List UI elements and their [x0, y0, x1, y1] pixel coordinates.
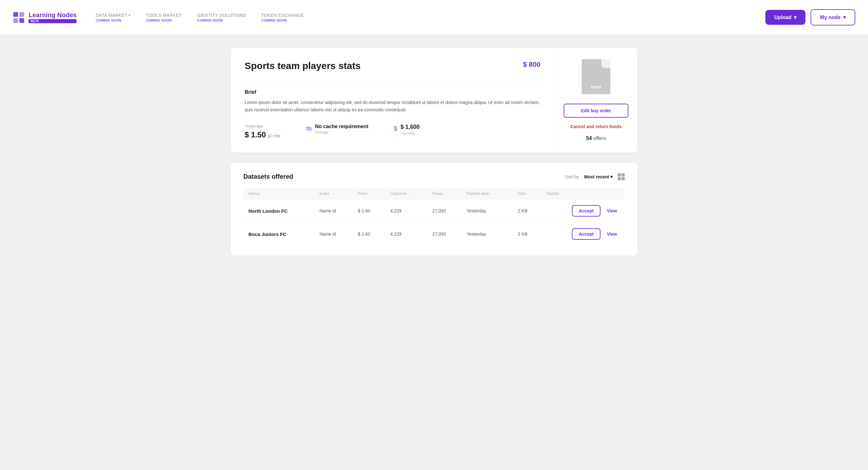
upload-button[interactable]: Upload ▾	[765, 10, 805, 25]
stat-storage-block: 🛍 No cache requirement Storage	[306, 124, 369, 135]
table-row: North London FC Name id $ 1.60 4,229 27,…	[243, 199, 625, 223]
sort-icon: ↓	[444, 192, 445, 196]
row-price-1: $ 1.60	[353, 223, 385, 246]
storage-icon: 🛍	[306, 125, 312, 132]
row-price-0: $ 1.60	[353, 199, 385, 223]
brief-label: Brief	[245, 89, 540, 95]
action-cell-0: Accept View	[547, 205, 620, 216]
detail-right-panel: html Edit buy order Cancel and return fu…	[555, 48, 637, 153]
view-button-1[interactable]: View	[604, 229, 620, 239]
svg-rect-3	[20, 18, 24, 23]
logo-title: Learning Nodes	[29, 11, 76, 19]
nav-item-token-exchange[interactable]: TOKEN EXCHANGE COMING SOON	[261, 13, 304, 22]
nav-item-data-market[interactable]: DATA MARKET ▾ COMING SOON	[96, 13, 131, 22]
nav-label-token-exchange: TOKEN EXCHANGE	[261, 13, 304, 18]
nav-item-tools-market[interactable]: TOOLS MARKET COMING SOON	[146, 13, 182, 22]
detail-left-panel: Sports team players stats $ 800 Brief Lo…	[231, 48, 555, 153]
chevron-down-icon: ▾	[843, 14, 846, 20]
row-rows-1: 27,093	[427, 223, 462, 246]
sort-by-dropdown[interactable]: Most recent ▾	[584, 174, 613, 179]
nav-item-identity-solutions[interactable]: IDENTITY SOLUTIONS COMING SOON	[197, 13, 246, 22]
nav-label-data-market: DATA MARKET ▾	[96, 13, 131, 18]
row-size-1: 2 KB	[513, 223, 541, 246]
col-header-tested[interactable]: Tested ↓	[541, 188, 625, 199]
chevron-down-icon: ▾	[610, 174, 613, 179]
row-columns-0: 4,229	[385, 199, 427, 223]
cancel-return-funds-button[interactable]: Cancel and return funds	[570, 124, 621, 129]
col-header-index: Index	[314, 188, 353, 199]
detail-title-row: Sports team players stats $ 800	[245, 60, 540, 81]
datasets-section: Datasets offered Sort by Most recent ▾ N…	[231, 163, 637, 256]
col-header-publish-date[interactable]: Publish date ↓	[461, 188, 513, 199]
stat-storage-sub: Storage	[315, 130, 369, 135]
nav-label-identity-solutions: IDENTITY SOLUTIONS	[197, 13, 246, 18]
beta-badge: BETA	[29, 19, 76, 23]
col-header-size: Size	[513, 188, 541, 199]
main-content: Sports team players stats $ 800 Brief Lo…	[212, 35, 656, 268]
row-index-1: Name id	[314, 223, 353, 246]
table-header: Name Index Price ↓ Columns ↓ Rows ↓	[243, 188, 625, 199]
stat-liquidity-sub: Liquidity	[401, 131, 420, 136]
stat-price-block: Yesterday $ 1.50 p/ row	[245, 124, 280, 139]
stat-price-value: $ 1.50 p/ row	[245, 130, 280, 139]
accept-button-1[interactable]: Accept	[572, 228, 601, 240]
row-name-0: North London FC	[243, 199, 314, 223]
col-header-rows[interactable]: Rows ↓	[427, 188, 462, 199]
offers-count-display: 54 offers	[586, 136, 606, 141]
table-body: North London FC Name id $ 1.60 4,229 27,…	[243, 199, 625, 246]
grid-view-toggle[interactable]	[618, 173, 625, 180]
svg-rect-1	[20, 12, 24, 17]
detail-title: Sports team players stats	[245, 60, 361, 71]
datasets-table: Name Index Price ↓ Columns ↓ Rows ↓	[243, 188, 625, 245]
row-columns-1: 4,229	[385, 223, 427, 246]
file-icon-body: html	[582, 59, 610, 94]
nav-label-tools-market: TOOLS MARKET	[146, 13, 182, 18]
sort-by-label: Sort by	[565, 174, 579, 179]
row-actions-0: Accept View	[541, 199, 625, 223]
datasets-controls: Sort by Most recent ▾	[565, 173, 625, 180]
nav-sub-data-market: COMING SOON	[96, 19, 131, 22]
chevron-down-icon: ▾	[129, 13, 131, 17]
stat-liquidity-block: $ $ 1,600 Liquidity	[394, 124, 420, 136]
chevron-down-icon: ▾	[794, 14, 797, 20]
logo-icon	[13, 11, 25, 24]
sort-icon: ↓	[369, 192, 370, 196]
col-header-columns[interactable]: Columns ↓	[385, 188, 427, 199]
logo-text: Learning Nodes BETA	[29, 11, 76, 23]
stat-storage-info: No cache requirement Storage	[315, 124, 369, 135]
nav-sub-token-exchange: COMING SOON	[261, 19, 304, 22]
brief-section: Brief Lorem ipsum dolor sit amet, consec…	[245, 89, 540, 114]
header-actions: Upload ▾ My node ▾	[765, 9, 855, 25]
stat-storage-label: No cache requirement	[315, 124, 369, 129]
row-publish-date-1: Yesterday	[461, 223, 513, 246]
stats-row: Yesterday $ 1.50 p/ row 🛍 No cache requi…	[245, 124, 540, 139]
svg-rect-0	[13, 12, 18, 17]
stat-liquidity-info: $ 1,600 Liquidity	[401, 124, 420, 136]
row-name-1: Boca Juniors FC	[243, 223, 314, 246]
table-header-row: Name Index Price ↓ Columns ↓ Rows ↓	[243, 188, 625, 199]
row-publish-date-0: Yesterday	[461, 199, 513, 223]
file-icon: html	[582, 59, 610, 94]
col-header-name: Name	[243, 188, 314, 199]
detail-price: $ 800	[523, 60, 540, 69]
detail-card: Sports team players stats $ 800 Brief Lo…	[231, 48, 637, 153]
row-actions-1: Accept View	[541, 223, 625, 246]
nav-sub-tools-market: COMING SOON	[146, 19, 182, 22]
stat-price-unit: p/ row	[268, 133, 280, 138]
action-cell-1: Accept View	[547, 228, 620, 240]
datasets-header: Datasets offered Sort by Most recent ▾	[243, 173, 625, 180]
sort-icon: ↓	[491, 192, 492, 196]
col-header-price[interactable]: Price ↓	[353, 188, 385, 199]
row-size-0: 2 KB	[513, 199, 541, 223]
accept-button-0[interactable]: Accept	[572, 205, 601, 216]
edit-buy-order-button[interactable]: Edit buy order	[564, 104, 628, 118]
stat-yesterday-label: Yesterday	[245, 124, 280, 128]
my-node-button[interactable]: My node ▾	[810, 9, 855, 25]
main-header: Learning Nodes BETA DATA MARKET ▾ COMING…	[0, 0, 868, 35]
stat-liquidity-value: $ 1,600	[401, 124, 420, 130]
file-type-label: html	[591, 84, 601, 90]
view-button-0[interactable]: View	[604, 206, 620, 216]
datasets-title: Datasets offered	[243, 173, 293, 180]
dollar-icon: $	[394, 125, 398, 132]
row-rows-0: 27,093	[427, 199, 462, 223]
